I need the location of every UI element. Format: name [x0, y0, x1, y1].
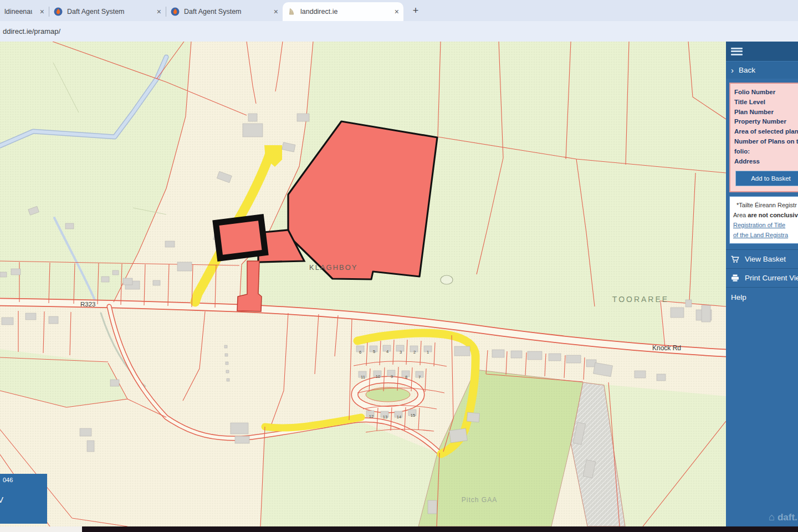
- estate-green-oval: [366, 387, 410, 402]
- basket-icon: [731, 255, 739, 263]
- chevron-right-icon: ›: [731, 65, 734, 75]
- printer-icon: [731, 274, 739, 282]
- plot-number: 11: [361, 375, 365, 380]
- new-tab-button[interactable]: +: [408, 3, 423, 18]
- menu-icon[interactable]: [731, 46, 743, 57]
- notice-line-2: Area are not conclusiv: [733, 210, 798, 220]
- folio-row: Plan Number: [734, 108, 798, 117]
- house-icon: ⌂: [769, 511, 775, 523]
- tab-cut-left[interactable]: ldineenauct ×: [0, 2, 49, 21]
- folio-row: Area of selected plans: [734, 127, 798, 137]
- tab-landdirect-active[interactable]: landdirect.ie ×: [283, 2, 403, 21]
- bottom-edge-light-segment: [0, 526, 82, 532]
- folio-row: Title Level: [734, 98, 798, 108]
- browser-tab-bar: ldineenauct × Daft Agent System × Daft A…: [0, 0, 798, 21]
- plot-number: 5: [373, 349, 375, 354]
- road-label-r323: R323: [80, 301, 96, 308]
- print-current-view-button[interactable]: Print Current View: [726, 268, 798, 287]
- tooltip-folio-text: 046: [3, 477, 13, 483]
- view-basket-label: View Basket: [745, 255, 786, 263]
- url-text: ddirect.ie/pramap/: [3, 27, 60, 35]
- folio-row: Folio Number: [734, 88, 798, 98]
- folio-tooltip-popup[interactable]: 046 V: [0, 474, 47, 524]
- townland-label-klaghboy: KLAGHBOY: [309, 263, 358, 272]
- dot-texture: [0, 42, 726, 526]
- plot-number: 2: [413, 350, 416, 355]
- view-basket-button[interactable]: View Basket: [726, 249, 798, 268]
- plot-number: 15: [411, 413, 415, 418]
- plot-number: 6: [359, 350, 361, 355]
- daft-logo-text: daft.ie: [777, 512, 798, 523]
- daft-logo: ⌂ daft.ie: [769, 511, 798, 523]
- back-label: Back: [739, 66, 755, 74]
- pond: [441, 275, 453, 284]
- sidebar-header: [726, 42, 798, 61]
- pitch-label: Pitch GAA: [462, 496, 497, 504]
- folio-row: Number of Plans on this folio:: [734, 137, 798, 157]
- plot-number: 9: [391, 374, 393, 379]
- notice-line-1: *Tailte Éireann Registr: [733, 200, 798, 210]
- tab-title: ldineenauct: [4, 8, 32, 16]
- tab-daft-agent-1[interactable]: Daft Agent System ×: [49, 2, 166, 21]
- tab-close-icon[interactable]: ×: [266, 7, 278, 16]
- registry-notice-panel: *Tailte Éireann Registr Area are not con…: [729, 196, 798, 244]
- address-bar[interactable]: ddirect.ie/pramap/: [0, 21, 798, 42]
- tab-daft-agent-2[interactable]: Daft Agent System ×: [166, 2, 283, 21]
- harp-favicon-icon: [287, 7, 296, 16]
- townland-label-tooraree: TOORAREE: [612, 295, 669, 304]
- registration-of-title-link[interactable]: Registration of Title: [733, 220, 798, 230]
- plot-number: 3: [400, 350, 402, 355]
- road-label-knock-rd: Knock Rd: [652, 344, 681, 352]
- land-registry-link[interactable]: of the Land Registra: [733, 230, 798, 240]
- tab-close-icon[interactable]: ×: [32, 7, 44, 16]
- folio-info-panel: Folio Number Title Level Plan Number Pro…: [729, 83, 798, 192]
- plot-number: 8: [405, 375, 407, 380]
- back-button[interactable]: › Back: [726, 61, 798, 79]
- plot-number: 12: [369, 414, 374, 419]
- tooltip-partial-text: V: [0, 495, 3, 504]
- help-button[interactable]: Help: [726, 287, 798, 307]
- folio-row: Address: [734, 157, 798, 167]
- print-label: Print Current View: [745, 274, 798, 282]
- plot-number: 13: [383, 415, 387, 420]
- tab-close-icon[interactable]: ×: [387, 7, 399, 16]
- plot-number: 1: [427, 350, 429, 355]
- add-to-basket-button[interactable]: Add to Basket: [735, 171, 798, 186]
- daft-favicon-icon: [54, 7, 63, 16]
- plot-number: 14: [397, 415, 401, 420]
- daft-favicon-icon: [171, 7, 180, 16]
- plot-number: 7: [418, 375, 421, 380]
- map-sidebar: › Back Folio Number Title Level Plan Num…: [726, 42, 798, 526]
- tab-close-icon[interactable]: ×: [149, 7, 161, 16]
- folio-row: Property Number: [734, 117, 798, 127]
- tab-title: Daft Agent System: [67, 8, 125, 16]
- land-registry-map[interactable]: R323 TOORAREE Knock Rd KLAGHBOY Pitch GA…: [0, 42, 726, 526]
- bottom-edge-strip: [0, 526, 798, 532]
- selected-plan-square: [216, 217, 265, 258]
- tab-title: Daft Agent System: [184, 8, 242, 16]
- tab-title: landdirect.ie: [300, 8, 337, 16]
- plot-number: 4: [386, 349, 388, 354]
- plot-number: 10: [376, 374, 380, 379]
